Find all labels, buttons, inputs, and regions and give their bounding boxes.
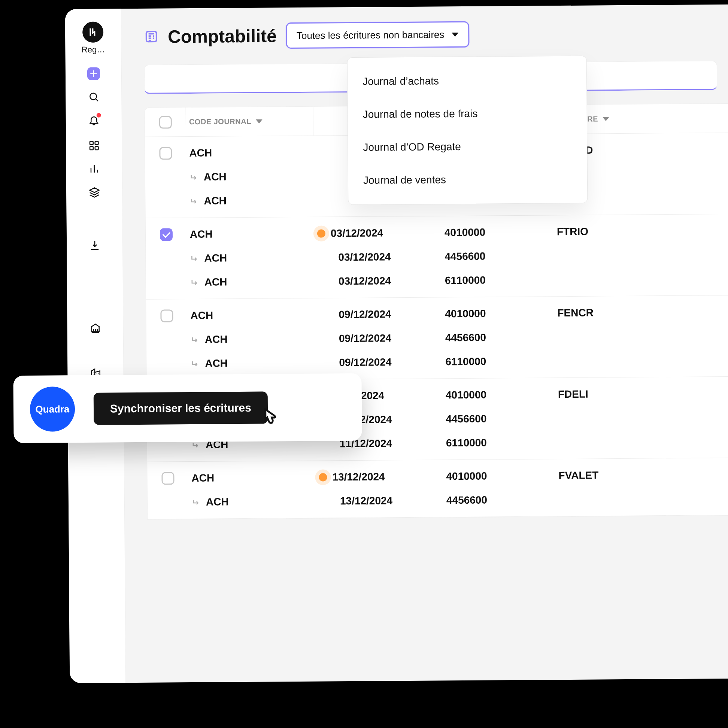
svg-rect-2 xyxy=(95,141,98,145)
brand-name: Reg… xyxy=(82,45,105,55)
cell-code: ACH xyxy=(204,171,226,183)
filter-option-achats[interactable]: Journal d’achats xyxy=(347,64,587,98)
pointer-cursor-icon xyxy=(257,407,279,432)
main: Comptabilité Toutes les écritures non ba… xyxy=(121,5,728,683)
cell-auxiliare: FENCR xyxy=(557,307,593,319)
subline-arrow-icon xyxy=(190,197,199,206)
sort-caret-icon xyxy=(603,117,609,121)
svg-rect-6 xyxy=(147,31,156,41)
cell-account: 4456600 xyxy=(447,494,487,506)
cell-code: ACH xyxy=(205,333,228,345)
brand-logo-icon xyxy=(83,22,103,43)
cell-account: 4456600 xyxy=(446,413,486,425)
th-code-journal[interactable]: CODE JOURNAL xyxy=(186,107,314,136)
table-group: ACH03/12/20244010000FTRIOACH03/12/202444… xyxy=(146,214,728,300)
cell-code: ACH xyxy=(204,195,226,207)
cell-code: ACH xyxy=(190,310,213,322)
svg-rect-3 xyxy=(90,147,93,150)
svg-rect-4 xyxy=(95,147,98,150)
table-row[interactable]: ACH09/12/20244456600 xyxy=(147,324,728,352)
sidebar-group-io xyxy=(89,239,101,252)
sidebar: Reg… xyxy=(65,9,126,683)
table-row[interactable]: ACH13/12/20244456600 xyxy=(148,486,728,515)
search-icon[interactable] xyxy=(87,91,100,103)
sidebar-group-top xyxy=(87,67,100,127)
cell-account: 6110000 xyxy=(445,355,486,368)
accounting-icon xyxy=(144,29,159,44)
import-icon[interactable] xyxy=(89,239,101,252)
table-group: ACH13/12/20244010000FVALETACH13/12/20244… xyxy=(147,458,728,519)
cell-code: ACH xyxy=(205,357,228,369)
select-all-checkbox[interactable] xyxy=(159,116,171,128)
sync-entries-button[interactable]: Synchroniser les écritures xyxy=(93,392,268,425)
analytics-icon[interactable] xyxy=(88,162,100,175)
table-row[interactable]: ACH09/12/20246110000 xyxy=(147,348,728,376)
subline-arrow-icon xyxy=(190,173,199,182)
cell-date: 03/12/2024 xyxy=(338,275,391,287)
add-button[interactable] xyxy=(87,67,99,80)
svg-point-0 xyxy=(90,93,96,100)
status-dot-icon xyxy=(317,229,326,237)
caret-down-icon xyxy=(452,32,458,36)
cell-account: 4010000 xyxy=(446,389,486,401)
table-row[interactable]: ACH13/12/20244010000FVALET xyxy=(147,462,728,491)
app-window: Reg… xyxy=(65,5,728,684)
title-row: Comptabilité Toutes les écritures non ba… xyxy=(144,20,728,50)
cell-code: ACH xyxy=(189,147,212,159)
sort-caret-icon xyxy=(256,119,263,124)
notification-dot-icon xyxy=(96,113,101,118)
subline-arrow-icon xyxy=(192,498,201,507)
cell-code: ACH xyxy=(206,496,229,508)
sidebar-group-apps xyxy=(88,139,101,199)
table-row[interactable]: ACH03/12/20244010000FTRIO xyxy=(146,219,728,247)
cell-date: 09/12/2024 xyxy=(338,308,391,321)
bell-icon[interactable] xyxy=(87,114,100,127)
brand: Reg… xyxy=(81,22,105,55)
cell-code: ACH xyxy=(205,276,227,288)
cell-account: 4010000 xyxy=(446,470,487,482)
page-title: Comptabilité xyxy=(168,26,277,47)
table-row[interactable]: ACH03/12/20246110000 xyxy=(146,267,728,295)
cell-code: ACH xyxy=(190,228,213,240)
dashboard-icon[interactable] xyxy=(88,139,100,152)
subline-arrow-icon xyxy=(191,359,200,368)
filter-option-od-regate[interactable]: Journal d’OD Regate xyxy=(348,130,587,164)
cell-auxiliare: FVALET xyxy=(558,469,598,482)
cell-date: 09/12/2024 xyxy=(339,332,392,344)
th-checkbox xyxy=(145,107,187,137)
layers-icon[interactable] xyxy=(88,186,101,199)
cell-code: ACH xyxy=(204,252,227,264)
cell-account: 4010000 xyxy=(445,307,486,320)
cell-date: 13/12/2024 xyxy=(340,495,393,507)
cell-account: 4456600 xyxy=(445,250,485,263)
cell-account: 6110000 xyxy=(446,437,487,449)
filter-option-notes-frais[interactable]: Journal de notes de frais xyxy=(347,96,587,131)
filter-option-ventes[interactable]: Journal de ventes xyxy=(348,162,587,197)
subline-arrow-icon xyxy=(191,335,200,344)
row-checkbox[interactable] xyxy=(160,309,173,322)
svg-rect-1 xyxy=(90,142,93,145)
cell-date: 13/12/2024 xyxy=(332,471,385,483)
cell-date: 03/12/2024 xyxy=(331,227,383,239)
sync-popover: Quadra Synchroniser les écritures xyxy=(13,373,362,443)
quadra-logo-icon: Quadra xyxy=(30,387,75,432)
cell-account: 4010000 xyxy=(445,226,485,239)
cell-date: 03/12/2024 xyxy=(338,251,391,263)
subline-arrow-icon xyxy=(190,254,199,263)
cell-auxiliare: FDELI xyxy=(558,388,588,401)
table-group: ACH09/12/20244010000FENCRACH09/12/202444… xyxy=(146,295,728,381)
entries-filter-menu: Journal d’achats Journal de notes de fra… xyxy=(347,56,588,205)
subline-arrow-icon xyxy=(190,278,199,287)
cell-account: 6110000 xyxy=(445,274,486,286)
cell-auxiliare: FTRIO xyxy=(557,226,588,238)
cell-account: 4456600 xyxy=(445,332,486,344)
row-checkbox[interactable] xyxy=(160,228,173,241)
row-checkbox[interactable] xyxy=(159,147,172,159)
table-row[interactable]: ACH09/12/20244010000FENCR xyxy=(146,300,728,328)
bank-icon[interactable] xyxy=(89,322,101,335)
row-checkbox[interactable] xyxy=(161,472,174,485)
entries-filter-dropdown[interactable]: Toutes les écritures non bancaires xyxy=(286,21,470,49)
cell-date: 09/12/2024 xyxy=(339,356,392,369)
entries-filter-selected: Toutes les écritures non bancaires xyxy=(297,29,445,41)
table-row[interactable]: ACH03/12/20244456600 xyxy=(146,243,728,271)
